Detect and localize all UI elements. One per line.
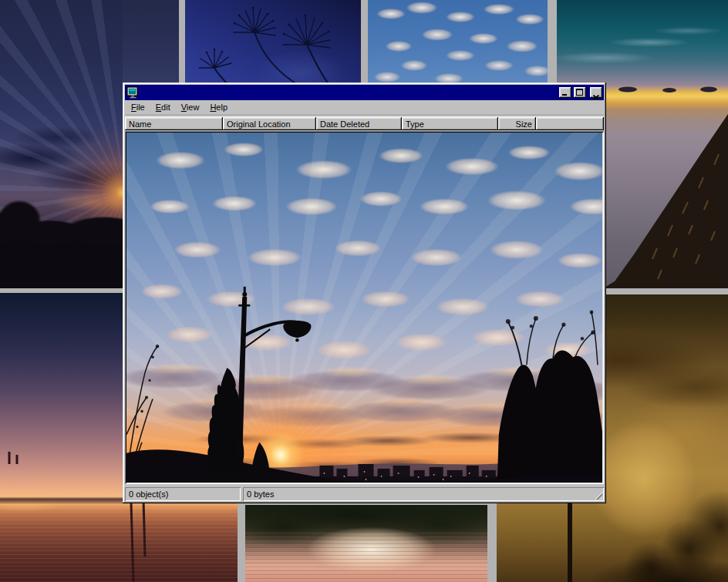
wallpaper-photo-cloud-flecks [368, 0, 548, 86]
wallpaper-photo-sunset-rays [0, 0, 123, 288]
maximize-icon [576, 89, 583, 96]
wallpaper-photo-water-reflection [245, 505, 487, 582]
status-object-count: 0 object(s) [125, 487, 241, 501]
lamp-post-silhouette [568, 501, 572, 582]
status-bar: 0 object(s) 0 bytes [125, 486, 604, 501]
column-header-blank[interactable] [536, 117, 604, 130]
menu-bar: File Edit View Help [125, 100, 604, 116]
menu-help[interactable]: Help [204, 101, 233, 114]
column-header-date-deleted[interactable]: Date Deleted [316, 117, 402, 130]
file-list-area[interactable] [125, 131, 604, 484]
client-photo-sunset-lamp [126, 133, 602, 483]
close-button[interactable] [590, 87, 602, 98]
wallpaper-photo-navy-sky [123, 0, 179, 85]
title-bar[interactable] [125, 85, 604, 100]
status-objects-text: 0 object(s) [129, 489, 168, 499]
wallpaper-photo-dried-flowers [185, 0, 361, 86]
minimize-icon [562, 94, 567, 96]
column-header-original-location[interactable]: Original Location [223, 117, 316, 130]
column-header-type[interactable]: Type [402, 117, 498, 130]
menu-view[interactable]: View [176, 101, 205, 114]
desktop: { "desktop": { "gap_color": "#b2b2b2" },… [0, 0, 728, 582]
photo-silhouettes [126, 133, 602, 483]
maximize-button[interactable] [574, 87, 586, 98]
menu-edit[interactable]: Edit [150, 101, 176, 114]
menu-file[interactable]: File [126, 101, 150, 114]
column-header-size[interactable]: Size [498, 117, 536, 130]
street-lamp-silhouette [236, 287, 311, 456]
dried-flower-silhouettes [185, 0, 361, 86]
computer-icon [126, 86, 139, 99]
status-bytes-text: 0 bytes [247, 489, 274, 499]
status-size: 0 bytes [243, 487, 604, 501]
minimize-button[interactable] [559, 87, 571, 98]
close-icon [593, 89, 599, 103]
resize-grip[interactable] [593, 490, 602, 500]
column-headers: Name Original Location Date Deleted Type… [125, 117, 604, 130]
column-header-name[interactable]: Name [125, 117, 223, 130]
recycle-bin-window: File Edit View Help Name Original Locati… [123, 82, 606, 503]
